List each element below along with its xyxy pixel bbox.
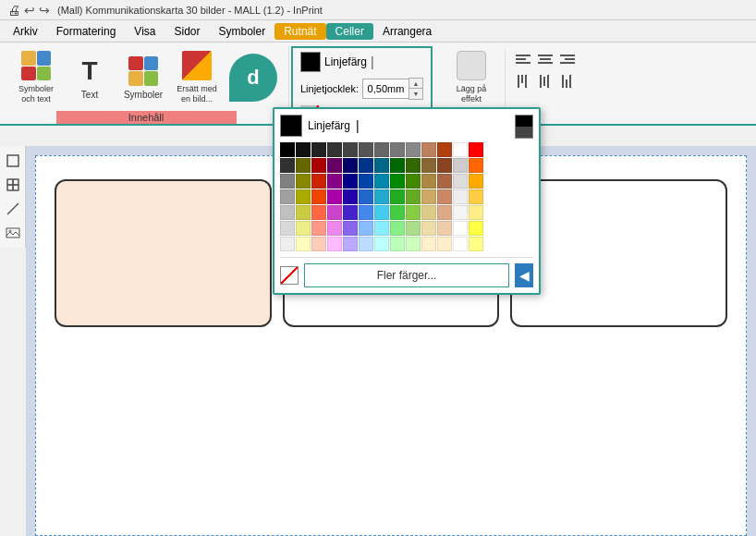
color-cell[interactable] xyxy=(421,237,436,251)
align-middle-button[interactable] xyxy=(535,72,555,91)
grid-tool-button[interactable] xyxy=(2,174,24,196)
menu-rutnat[interactable]: Rutnät xyxy=(274,23,325,40)
color-cell[interactable] xyxy=(437,174,452,189)
color-cell[interactable] xyxy=(359,221,373,236)
menu-visa[interactable]: Visa xyxy=(125,23,165,40)
content-cell-3[interactable] xyxy=(510,179,727,327)
color-cell[interactable] xyxy=(359,205,373,220)
color-cell[interactable] xyxy=(374,221,389,236)
color-cell[interactable] xyxy=(327,237,342,251)
color-cell[interactable] xyxy=(390,142,405,157)
color-cell[interactable] xyxy=(421,205,436,220)
align-center-button[interactable] xyxy=(535,50,555,68)
color-cell[interactable] xyxy=(311,158,326,173)
color-cell[interactable] xyxy=(453,205,468,220)
color-cell[interactable] xyxy=(390,189,405,204)
color-cell[interactable] xyxy=(280,189,295,204)
color-cell[interactable] xyxy=(374,174,389,189)
align-top-button[interactable] xyxy=(513,72,533,91)
menu-arrangera[interactable]: Arrangera xyxy=(373,23,441,40)
color-cell[interactable] xyxy=(280,158,295,173)
color-cell[interactable] xyxy=(374,158,389,173)
color-cell[interactable] xyxy=(437,142,452,157)
menu-arkiv[interactable]: Arkiv xyxy=(4,23,47,40)
color-cell[interactable] xyxy=(359,142,373,157)
color-cell[interactable] xyxy=(469,158,483,173)
linjetjocklek-spinner[interactable]: ▲ ▼ xyxy=(362,78,423,100)
color-cell[interactable] xyxy=(453,174,468,189)
swatch-mini-dark[interactable] xyxy=(516,127,532,138)
color-cell[interactable] xyxy=(390,221,405,236)
color-cell[interactable] xyxy=(343,237,358,251)
color-cell[interactable] xyxy=(421,189,436,204)
color-cell[interactable] xyxy=(327,174,342,189)
current-color-swatch[interactable] xyxy=(280,115,302,137)
color-cell[interactable] xyxy=(296,142,311,157)
spinner-down[interactable]: ▼ xyxy=(409,89,422,99)
color-cell[interactable] xyxy=(437,158,452,173)
color-cell[interactable] xyxy=(343,189,358,204)
more-colors-button[interactable]: Fler färger... xyxy=(304,263,509,287)
color-cell[interactable] xyxy=(406,189,421,204)
color-cell[interactable] xyxy=(469,237,483,251)
more-colors-arrow[interactable]: ◀ xyxy=(515,263,533,287)
color-cell[interactable] xyxy=(406,205,421,220)
menu-sidor[interactable]: Sidor xyxy=(165,23,210,40)
color-cell[interactable] xyxy=(421,158,436,173)
align-bottom-button[interactable] xyxy=(557,72,578,91)
color-cell[interactable] xyxy=(296,221,311,236)
color-cell[interactable] xyxy=(469,189,483,204)
color-cell[interactable] xyxy=(327,221,342,236)
color-cell[interactable] xyxy=(311,174,326,189)
color-cell[interactable] xyxy=(327,189,342,204)
align-right-button[interactable] xyxy=(557,50,578,68)
color-cell[interactable] xyxy=(390,205,405,220)
color-cell[interactable] xyxy=(327,205,342,220)
color-cell[interactable] xyxy=(359,189,373,204)
color-cell[interactable] xyxy=(280,237,295,251)
color-cell[interactable] xyxy=(359,158,373,173)
color-cell[interactable] xyxy=(421,221,436,236)
color-cell[interactable] xyxy=(374,205,389,220)
color-cell[interactable] xyxy=(343,158,358,173)
color-cell[interactable] xyxy=(437,237,452,251)
line-tool-button[interactable] xyxy=(2,198,24,220)
image-tool-button[interactable] xyxy=(2,222,24,244)
color-cell[interactable] xyxy=(406,142,421,157)
symboler-och-text-button[interactable]: Symboleroch text xyxy=(11,46,61,109)
color-cell[interactable] xyxy=(311,221,326,236)
color-cell[interactable] xyxy=(374,189,389,204)
transparent-color-swatch[interactable] xyxy=(280,266,299,285)
color-cell[interactable] xyxy=(453,237,468,251)
color-cell[interactable] xyxy=(374,142,389,157)
color-cell[interactable] xyxy=(453,142,468,157)
ersatt-med-bild-button[interactable]: Ersätt meden bild... xyxy=(172,46,222,109)
content-cell-1[interactable] xyxy=(55,179,272,327)
text-button[interactable]: T Text xyxy=(65,46,115,109)
color-cell[interactable] xyxy=(296,158,311,173)
color-cell[interactable] xyxy=(343,205,358,220)
color-cell[interactable] xyxy=(280,221,295,236)
color-cell[interactable] xyxy=(421,142,436,157)
lagg-pa-effekt-button[interactable]: Lägg påeffekt xyxy=(442,46,501,109)
symboler-button[interactable]: Symboler xyxy=(118,46,168,109)
color-cell[interactable] xyxy=(437,189,452,204)
color-cell[interactable] xyxy=(280,174,295,189)
color-cell[interactable] xyxy=(390,158,405,173)
menu-symboler[interactable]: Symboler xyxy=(210,23,275,40)
spinner-up[interactable]: ▲ xyxy=(409,79,422,89)
color-cell[interactable] xyxy=(406,237,421,251)
linjefarg-swatch[interactable] xyxy=(300,52,321,72)
color-cell[interactable] xyxy=(390,174,405,189)
color-cell[interactable] xyxy=(280,142,295,157)
color-cell[interactable] xyxy=(469,142,483,157)
color-cell[interactable] xyxy=(311,237,326,251)
color-cell[interactable] xyxy=(343,142,358,157)
swatch-mini-black[interactable] xyxy=(516,116,532,127)
redo-icon[interactable]: ↪ xyxy=(39,3,50,18)
color-cell[interactable] xyxy=(406,158,421,173)
color-cell[interactable] xyxy=(453,158,468,173)
color-cell[interactable] xyxy=(296,205,311,220)
color-cell[interactable] xyxy=(311,205,326,220)
color-cell[interactable] xyxy=(469,205,483,220)
